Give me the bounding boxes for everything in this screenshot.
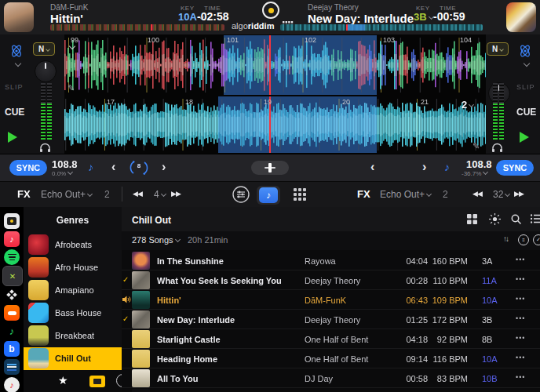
deck-b-fx-preset-dropdown[interactable]: Echo Out+ — [380, 189, 431, 200]
deck-a-loop-halve-button[interactable]: ‹ — [111, 162, 115, 172]
deck-b-time[interactable]: -00:59 — [433, 10, 465, 23]
deck-b-key[interactable]: 3B — [414, 11, 433, 23]
deck-a-waveform[interactable] — [64, 35, 486, 95]
deck-b-play-button[interactable] — [520, 132, 529, 143]
deck-a-collapse-chevron-icon[interactable] — [15, 60, 21, 67]
genre-item-bass-house[interactable]: Bass House — [24, 302, 122, 325]
source-tidal-icon[interactable] — [4, 287, 20, 303]
deck-a-slip-button[interactable]: SLIP — [5, 83, 24, 91]
song-row[interactable]: ✓ What You Seek Is Seeking You Deejay Th… — [122, 270, 540, 290]
deck-a-fx-label[interactable]: FX — [17, 188, 31, 200]
neural-mix-icon[interactable] — [9, 44, 24, 58]
deck-b-jump-back-button[interactable]: ◀◀ — [472, 190, 482, 198]
select-icon[interactable]: ✓ — [533, 234, 540, 245]
genre-item-afrobeats[interactable]: Afrobeats — [24, 234, 122, 256]
song-row-partial[interactable] — [122, 388, 540, 392]
deck-b-sync-button[interactable]: SYNC — [496, 160, 534, 176]
deck-b-key-mode-dropdown[interactable]: N — [487, 42, 509, 56]
source-record-pool-icon[interactable] — [4, 359, 20, 375]
deck-a-bpm[interactable]: 108.8 — [52, 158, 78, 170]
row-menu-icon[interactable]: ••• — [516, 314, 525, 322]
favorites-star-icon[interactable]: ★ — [58, 374, 68, 387]
deck-b-loop-double-button[interactable]: › — [422, 162, 426, 172]
song-thumbnail — [132, 369, 150, 387]
deck-a-jump-forward-button[interactable]: ▶▶ — [171, 190, 181, 198]
deck-a-headphone-cue-icon[interactable] — [39, 143, 51, 153]
deck-a-sync-button[interactable]: SYNC — [9, 160, 47, 176]
deck-b-edit-beatgrid-icon[interactable]: ✎ — [472, 141, 480, 151]
deck-b-album-art[interactable] — [506, 2, 536, 32]
deck-a-overview-waveform[interactable] — [50, 24, 224, 31]
music-view-button[interactable]: ♪ — [257, 186, 280, 205]
row-menu-icon[interactable]: ••• — [516, 275, 525, 283]
row-menu-icon[interactable]: ••• — [516, 256, 525, 263]
mixer-settings-icon[interactable] — [232, 186, 250, 203]
deck-b-headphone-cue-icon[interactable] — [491, 143, 503, 153]
neural-mix-icon[interactable] — [518, 44, 532, 58]
deck-b-jump-forward-button[interactable]: ▶▶ — [514, 190, 524, 198]
deck-b-pitch[interactable]: -36.7% — [462, 170, 487, 177]
deck-a-cue-button[interactable]: CUE — [5, 107, 24, 118]
genre-item-breakbeat[interactable]: Breakbeat — [24, 325, 122, 347]
source-dj-pool-icon[interactable]: ♪ — [4, 377, 20, 392]
deck-a-loop-double-button[interactable]: › — [162, 162, 166, 172]
source-soundcloud-icon[interactable] — [4, 305, 20, 321]
deck-a-key-lock-icon[interactable]: ♪ — [88, 161, 93, 173]
search-icon[interactable] — [511, 214, 521, 224]
source-beatport-icon-selected[interactable]: ✕ — [2, 266, 23, 286]
playlist-duration: 20h 21min — [188, 235, 228, 245]
song-thumbnail — [132, 310, 150, 328]
deck-b-bpm[interactable]: 108.8 — [466, 158, 492, 170]
song-row[interactable]: Heading Home One Half of Bent 09:14 116 … — [122, 349, 540, 368]
deck-a-time[interactable]: -02:58 — [197, 10, 228, 23]
song-row[interactable]: In The Sunshine Rayowa 04:04 160 BPM 3A … — [122, 251, 540, 270]
song-row[interactable]: ✓ New Day: Interlude Deejay Theory 01:25… — [122, 310, 540, 329]
row-menu-icon[interactable]: ••• — [516, 354, 525, 361]
source-apple-music-icon[interactable]: ♪ — [4, 231, 20, 247]
genre-item-amapiano[interactable]: Amapiano — [24, 279, 122, 302]
deck-b-cue-button[interactable]: CUE — [516, 107, 536, 118]
deck-b-overview-waveform[interactable] — [280, 24, 483, 31]
deck-b-slip-button[interactable]: SLIP — [516, 83, 535, 91]
list-view-icon[interactable] — [531, 214, 540, 223]
deck-a-fx-preset-dropdown[interactable]: Echo Out+ — [41, 189, 92, 200]
deck-a-pitch[interactable]: 0.0% — [52, 170, 72, 177]
source-spotify-icon[interactable] — [4, 249, 20, 265]
deck-b-fx-label[interactable]: FX — [357, 188, 370, 200]
deck-a-jump-back-button[interactable]: ◀◀ — [133, 190, 142, 198]
grid-view-icon[interactable] — [467, 214, 477, 224]
crates-tab-icon-selected[interactable] — [89, 376, 105, 387]
deck-b-loop-halve-button[interactable]: ‹ — [370, 162, 374, 172]
deck-a-loop-button[interactable]: 8 — [129, 158, 149, 178]
deck-b-jump-beats-dropdown[interactable]: 32 — [493, 189, 509, 200]
row-menu-icon[interactable]: ••• — [516, 334, 525, 342]
deck-a-fx-slot[interactable]: 2 — [104, 189, 110, 200]
source-green-note-icon[interactable]: ♪ — [4, 323, 20, 339]
deck-b-fx-slot[interactable]: 2 — [443, 189, 448, 200]
genre-item-afro-house[interactable]: Afro House — [24, 256, 122, 279]
row-menu-icon[interactable]: ••• — [516, 295, 525, 303]
waveform-panel[interactable]: 99 100 101 102 103 104 ✎ 17 18 19 20 21 … — [64, 34, 486, 154]
crossfader[interactable] — [251, 161, 289, 175]
source-beatsource-icon[interactable]: b — [4, 341, 20, 357]
song-row[interactable]: Starlight Castle One Half of Bent 04:18 … — [122, 329, 540, 349]
song-row[interactable]: All To You DJ Day 00:58 83 BPM 10B ••• — [122, 368, 540, 388]
sort-icon[interactable]: ↑↓ — [503, 234, 508, 243]
deck-a-album-art[interactable] — [4, 2, 34, 32]
deck-b-loop-length[interactable]: 2 — [462, 99, 473, 111]
song-row-playing[interactable]: Hittin' DāM-FunK 06:43 109 BPM 10A ••• — [122, 290, 540, 310]
row-menu-icon[interactable]: ••• — [516, 373, 525, 381]
pads-grid-icon[interactable] — [294, 188, 306, 201]
deck-b-key-lock-icon[interactable]: ♪ — [444, 161, 450, 173]
deck-b-collapse-chevron-icon[interactable] — [524, 60, 530, 67]
genre-item-chill-out-selected[interactable]: Chill Out — [24, 347, 122, 370]
deck-a-edit-beatgrid-icon[interactable]: ✎ — [68, 83, 75, 93]
deck-a-jump-beats-dropdown[interactable]: 4 — [154, 189, 166, 200]
filter-icon[interactable]: ≡ — [518, 234, 529, 245]
match-brightness-icon[interactable] — [489, 213, 501, 225]
deck-a-play-button[interactable] — [8, 132, 17, 143]
song-count-dropdown[interactable]: 278 Songs — [132, 235, 180, 245]
source-djay-library-icon[interactable] — [4, 213, 20, 229]
deck-a-key-mode-dropdown[interactable]: N — [33, 42, 55, 56]
deck-a-filter-knob[interactable] — [35, 60, 57, 82]
